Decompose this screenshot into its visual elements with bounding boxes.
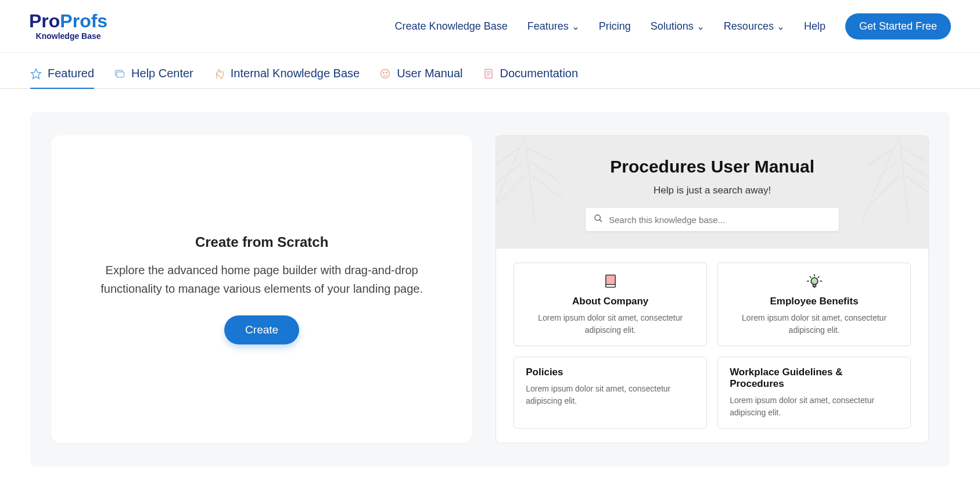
nav-resources[interactable]: Resources <box>724 20 784 33</box>
preview-card-policies[interactable]: Policies Lorem ipsum dolor sit amet, con… <box>514 357 707 429</box>
create-button[interactable]: Create <box>224 315 299 344</box>
preview-header: Procedures User Manual Help is just a se… <box>496 136 928 249</box>
preview-card-desc: Lorem ipsum dolor sit amet, consectetur … <box>526 383 695 407</box>
svg-line-19 <box>809 276 810 278</box>
top-nav: ProProfs Knowledge Base Create Knowledge… <box>0 0 980 53</box>
nav-help-label: Help <box>804 20 825 33</box>
get-started-button[interactable]: Get Started Free <box>845 13 951 39</box>
svg-rect-13 <box>606 285 615 288</box>
tab-user-manual[interactable]: User Manual <box>379 67 462 88</box>
tab-internal-kb[interactable]: Internal Knowledge Base <box>213 67 360 88</box>
logo-part2: Profs <box>60 10 107 31</box>
chevron-down-icon <box>697 23 704 30</box>
preview-card-desc: Lorem ipsum dolor sit amet, consectetur … <box>526 312 695 336</box>
chevron-down-icon <box>777 23 784 30</box>
preview-subtitle: Help is just a search away! <box>508 185 917 196</box>
nav-solutions-label: Solutions <box>651 20 694 33</box>
svg-point-14 <box>811 278 818 285</box>
lightbulb-icon <box>806 272 823 290</box>
panel: Create from Scratch Explore the advanced… <box>30 112 950 466</box>
svg-point-4 <box>383 72 385 73</box>
preview-card-desc: Lorem ipsum dolor sit amet, consectetur … <box>730 312 899 336</box>
book-icon <box>602 272 619 290</box>
scratch-desc: Explore the advanced home page builder w… <box>88 261 436 298</box>
content-wrap: Create from Scratch Explore the advanced… <box>0 89 980 490</box>
logo-sub: Knowledge Base <box>36 31 101 41</box>
smile-icon <box>379 68 391 80</box>
tab-user-manual-label: User Manual <box>397 67 462 80</box>
nav-pricing[interactable]: Pricing <box>599 20 631 33</box>
preview-card-workplace-guidelines[interactable]: Workplace Guidelines & Procedures Lorem … <box>717 357 911 429</box>
nav-create-kb-label: Create Knowledge Base <box>395 20 508 33</box>
nav-links: Create Knowledge Base Features Pricing S… <box>395 13 951 39</box>
preview-body: About Company Lorem ipsum dolor sit amet… <box>496 249 928 443</box>
preview-card-desc: Lorem ipsum dolor sit amet, consectetur … <box>730 394 899 419</box>
tab-featured-label: Featured <box>48 67 94 80</box>
star-icon <box>30 68 42 80</box>
preview-card-about-company[interactable]: About Company Lorem ipsum dolor sit amet… <box>514 263 707 346</box>
preview-card-employee-benefits[interactable]: Employee Benefits Lorem ipsum dolor sit … <box>717 263 911 346</box>
preview-title: Procedures User Manual <box>508 157 917 177</box>
svg-point-10 <box>595 215 600 220</box>
logo-part1: Pro <box>29 10 60 31</box>
scratch-title: Create from Scratch <box>195 234 328 250</box>
svg-point-3 <box>381 69 390 78</box>
logo[interactable]: ProProfs Knowledge Base <box>29 12 107 41</box>
chat-icon <box>114 68 125 80</box>
tab-documentation[interactable]: Documentation <box>483 67 579 88</box>
document-icon <box>483 68 494 80</box>
nav-resources-label: Resources <box>724 20 774 33</box>
svg-line-20 <box>817 276 819 278</box>
template-preview: Procedures User Manual Help is just a se… <box>496 135 929 443</box>
tab-help-center[interactable]: Help Center <box>114 67 193 88</box>
thumbs-up-icon <box>213 68 225 80</box>
logo-main: ProProfs <box>29 12 107 30</box>
nav-features[interactable]: Features <box>527 20 579 33</box>
preview-card-title: Employee Benefits <box>730 296 899 307</box>
preview-search-input[interactable] <box>609 215 831 225</box>
preview-card-title: About Company <box>526 296 695 307</box>
search-icon <box>594 214 603 225</box>
svg-rect-21 <box>813 285 816 287</box>
create-from-scratch-card: Create from Scratch Explore the advanced… <box>51 135 472 443</box>
tab-help-center-label: Help Center <box>131 67 193 80</box>
nav-solutions[interactable]: Solutions <box>651 20 704 33</box>
preview-card-title: Workplace Guidelines & Procedures <box>730 367 899 390</box>
nav-pricing-label: Pricing <box>599 20 631 33</box>
nav-create-kb[interactable]: Create Knowledge Base <box>395 20 508 33</box>
tab-internal-kb-label: Internal Knowledge Base <box>231 67 360 80</box>
preview-card-title: Policies <box>526 367 695 378</box>
svg-point-5 <box>386 72 387 73</box>
tab-documentation-label: Documentation <box>500 67 579 80</box>
svg-rect-2 <box>117 71 124 77</box>
nav-features-label: Features <box>527 20 569 33</box>
svg-line-11 <box>600 220 602 222</box>
svg-marker-0 <box>31 69 41 78</box>
chevron-down-icon <box>572 23 579 30</box>
preview-search-box[interactable] <box>586 208 839 231</box>
tab-featured[interactable]: Featured <box>30 67 94 88</box>
template-tabs: Featured Help Center Internal Knowledge … <box>0 53 980 89</box>
nav-help[interactable]: Help <box>804 20 825 33</box>
